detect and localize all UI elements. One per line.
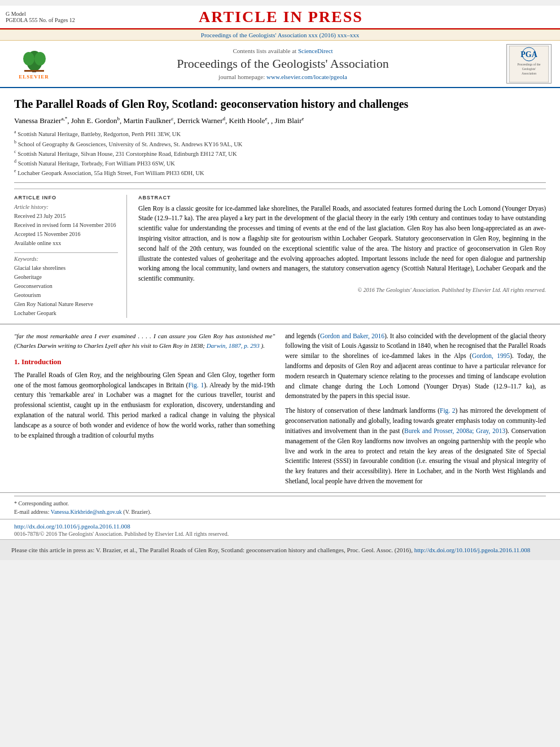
- authors-line: Vanessa Braziera,*, John E. Gordonb, Mar…: [14, 116, 546, 125]
- article-info-heading: ARTICLE INFO: [14, 195, 118, 200]
- svg-rect-4: [24, 70, 44, 72]
- pga-logo-image: PGA Proceedings of the Geologists' Assoc…: [509, 46, 549, 82]
- copyright-line: © 2016 The Geologists' Association. Publ…: [138, 287, 546, 293]
- svg-text:Proceedings of the: Proceedings of the: [518, 63, 541, 66]
- svg-text:Geologists': Geologists': [522, 67, 536, 71]
- affiliation-b: b School of Geography & Geosciences, Uni…: [14, 139, 546, 148]
- journal-header: ELSEVIER Contents lists available at Sci…: [0, 41, 560, 88]
- abstract-heading: ABSTRACT: [138, 195, 546, 200]
- affiliation-d: d Scottish Natural Heritage, Torbrady, F…: [14, 158, 546, 168]
- keywords-label: Keywords:: [14, 256, 118, 262]
- affiliation-a: a Scottish Natural Heritage, Battleby, R…: [14, 129, 546, 138]
- darwin-link[interactable]: Darwin, 1887, p. 293: [207, 342, 260, 349]
- article-dates: Received 23 July 2015 Received in revise…: [14, 212, 118, 248]
- article-in-press-label: ARTICLE IN PRESS: [75, 8, 487, 26]
- contents-line: Contents lists available at ScienceDirec…: [59, 47, 506, 54]
- article-history-label: Article history:: [14, 204, 118, 210]
- elsevier-logo: ELSEVIER: [8, 47, 59, 81]
- homepage-link[interactable]: www.elsevier.com/locate/pgeola: [266, 73, 347, 80]
- sciencedirect-link[interactable]: ScienceDirect: [298, 47, 333, 54]
- article-title: The Parallel Roads of Glen Roy, Scotland…: [14, 97, 546, 111]
- body-right-col: and legends (Gordon and Baker, 2016). It…: [285, 331, 546, 487]
- body-paragraph-right-2: The history of conservation of these lan…: [285, 406, 546, 487]
- abstract-col: ABSTRACT Glen Roy is a classic geosite f…: [138, 195, 546, 318]
- elsevier-tree-icon: [19, 49, 50, 74]
- svg-point-2: [23, 52, 34, 65]
- g-model-info: G Model PGEOLA 555 No. of Pages 12: [6, 11, 75, 23]
- doi-link[interactable]: http://dx.doi.org/10.1016/j.pgeola.2016.…: [14, 523, 130, 530]
- issn-line: 0016-7878/© 2016 The Geologists' Associa…: [14, 531, 546, 537]
- bottom-doi-link[interactable]: http://dx.doi.org/10.1016/j.pgeola.2016.…: [414, 547, 531, 553]
- abstract-text: Glen Roy is a classic geosite for ice-da…: [138, 204, 546, 285]
- journal-homepage: journal homepage: www.elsevier.com/locat…: [59, 73, 506, 80]
- two-col-info-abstract: ARTICLE INFO Article history: Received 2…: [14, 189, 546, 318]
- journal-title: Proceedings of the Geologists' Associati…: [59, 56, 506, 71]
- svg-text:Association: Association: [522, 72, 536, 75]
- page: G Model PGEOLA 555 No. of Pages 12 ARTIC…: [0, 6, 560, 560]
- darwin-quote: "far the most remarkable area I ever exa…: [14, 331, 275, 351]
- citation-bar: Proceedings of the Geologists' Associati…: [0, 29, 560, 41]
- affiliation-e: e Lochaber Geopark Association, 55a High…: [14, 168, 546, 177]
- body-content: "far the most remarkable area I ever exa…: [0, 324, 560, 492]
- doi-bar: http://dx.doi.org/10.1016/j.pgeola.2016.…: [0, 519, 560, 539]
- body-paragraph-right-1: and legends (Gordon and Baker, 2016). It…: [285, 331, 546, 402]
- gordon-baker-link[interactable]: Gordon and Baker, 2016: [320, 333, 384, 339]
- bottom-citation: Please cite this article in press as: V.…: [0, 539, 560, 561]
- email-line: E-mail address: Vanessa.Kirkbride@snh.go…: [14, 508, 546, 516]
- article-info-col: ARTICLE INFO Article history: Received 2…: [14, 195, 127, 318]
- journal-center: Contents lists available at ScienceDirec…: [59, 47, 506, 80]
- svg-point-3: [34, 52, 46, 65]
- footnote-area: * Corresponding author. E-mail address: …: [0, 492, 560, 519]
- main-content: The Parallel Roads of Glen Roy, Scotland…: [0, 88, 560, 324]
- top-banner: G Model PGEOLA 555 No. of Pages 12 ARTIC…: [0, 6, 560, 29]
- fig1-link[interactable]: Fig. 1: [188, 382, 204, 388]
- affiliations: a Scottish Natural Heritage, Battleby, R…: [14, 129, 546, 182]
- fig2-link[interactable]: Fig. 2: [440, 407, 456, 414]
- keywords-list: Glacial lake shorelines Geoheritage Geoc…: [14, 264, 118, 318]
- section1-title: 1. Introduction: [14, 356, 275, 368]
- pga-logo: PGA Proceedings of the Geologists' Assoc…: [506, 44, 552, 84]
- gordon95-link[interactable]: Gordon, 1995: [472, 352, 510, 359]
- burek-link[interactable]: Burek and Prosser, 2008a; Gray, 2013: [404, 427, 505, 434]
- affiliation-c: c Scottish Natural Heritage, Silvan Hous…: [14, 148, 546, 158]
- email-link[interactable]: Vanessa.Kirkbride@snh.gov.uk: [51, 509, 122, 515]
- body-left-col: "far the most remarkable area I ever exa…: [14, 331, 275, 487]
- elsevier-wordmark: ELSEVIER: [19, 74, 49, 80]
- corresponding-author: * Corresponding author.: [14, 499, 546, 508]
- body-paragraph-1: The Parallel Roads of Glen Roy, and the …: [14, 370, 275, 441]
